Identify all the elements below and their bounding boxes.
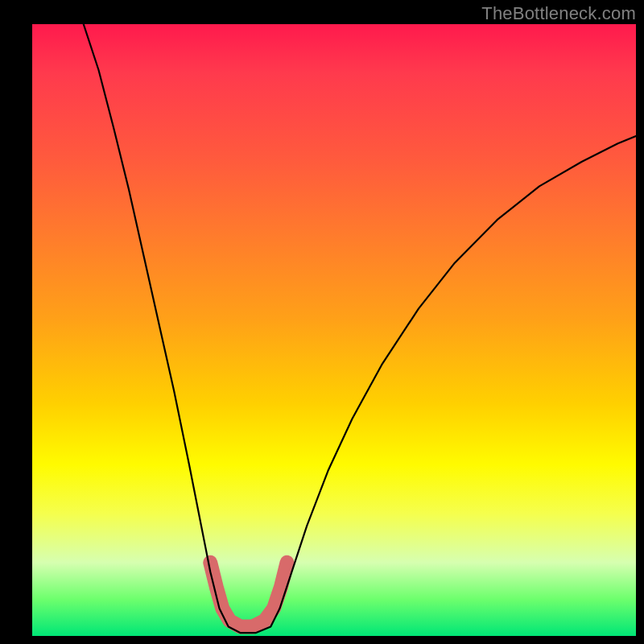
chart-frame: TheBottleneck.com [0,0,644,644]
watermark-text: TheBottleneck.com [481,3,636,24]
curve-layer [32,24,636,636]
main-curve-path [84,24,636,633]
plot-area [32,24,636,636]
trough-highlight-path [210,563,287,627]
